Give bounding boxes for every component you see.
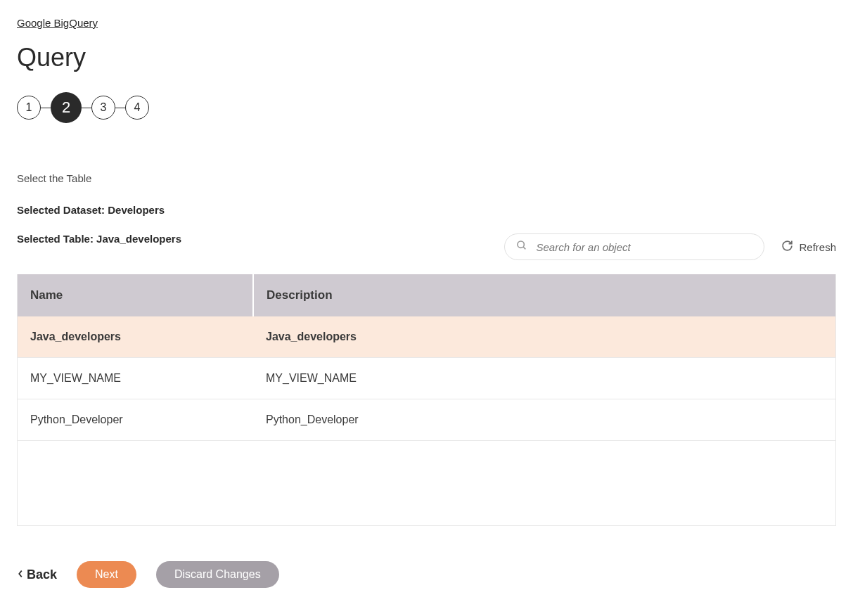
table-cell-description: Python_Developer	[253, 399, 835, 441]
search-icon	[516, 240, 527, 254]
svg-line-1	[523, 247, 525, 249]
back-button[interactable]: Back	[17, 567, 57, 582]
footer-actions: Back Next Discard Changes	[17, 561, 836, 588]
table-cell-description: Java_developers	[253, 316, 835, 358]
table-row[interactable]: Python_DeveloperPython_Developer	[18, 399, 835, 441]
step-2[interactable]: 2	[51, 92, 82, 123]
table-header-name: Name	[18, 274, 253, 316]
search-box[interactable]	[504, 233, 764, 260]
table-spacer	[18, 441, 835, 525]
table-header-description: Description	[253, 274, 835, 316]
step-4[interactable]: 4	[125, 96, 149, 120]
step-connector	[41, 108, 51, 108]
step-1[interactable]: 1	[17, 96, 41, 120]
section-label: Select the Table	[17, 172, 836, 184]
discard-button[interactable]: Discard Changes	[156, 561, 279, 588]
stepper: 1 2 3 4	[17, 92, 836, 123]
search-input[interactable]	[536, 241, 752, 253]
refresh-button[interactable]: Refresh	[781, 240, 836, 254]
table-cell-description: MY_VIEW_NAME	[253, 358, 835, 399]
page-title: Query	[17, 43, 836, 72]
svg-point-0	[518, 241, 524, 248]
table-cell-name: MY_VIEW_NAME	[18, 358, 253, 399]
refresh-icon	[781, 240, 793, 254]
table-row[interactable]: Java_developersJava_developers	[18, 316, 835, 358]
step-connector	[82, 108, 91, 108]
table-cell-name: Java_developers	[18, 316, 253, 358]
selected-dataset: Selected Dataset: Developers	[17, 204, 836, 216]
table-cell-name: Python_Developer	[18, 399, 253, 441]
back-label: Back	[27, 567, 57, 582]
chevron-left-icon	[17, 567, 24, 582]
next-button[interactable]: Next	[77, 561, 136, 588]
table-row[interactable]: MY_VIEW_NAMEMY_VIEW_NAME	[18, 358, 835, 399]
step-connector	[115, 108, 125, 108]
step-3[interactable]: 3	[91, 96, 115, 120]
refresh-label: Refresh	[799, 241, 836, 253]
breadcrumb-link[interactable]: Google BigQuery	[17, 17, 98, 29]
table-container: Name Description Java_developersJava_dev…	[17, 274, 836, 526]
